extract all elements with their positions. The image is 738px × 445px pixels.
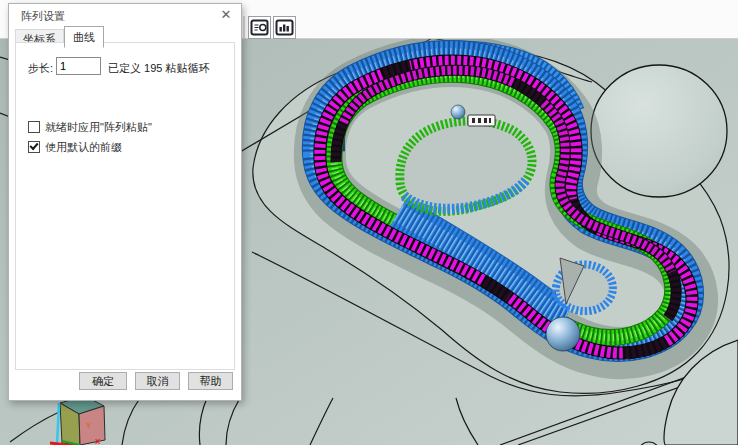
x-axis-label: X: [95, 437, 101, 445]
coordinate-tag: [468, 115, 495, 126]
dialog-button-row: 确定 取消 帮助: [9, 372, 241, 392]
dialog-title: 阵列设置: [21, 9, 65, 24]
y-axis-label: Y: [86, 421, 92, 430]
apply-array-paste-checkbox[interactable]: [28, 121, 40, 133]
start-point-sphere[interactable]: [546, 317, 580, 351]
array-settings-dialog: 阵列设置 ✕ 坐标系曲线 步长: 已定义 195 粘贴循环 就绪时应用"阵列粘贴…: [8, 3, 242, 401]
surface-dome-hole: [591, 65, 727, 197]
dialog-tabs: 坐标系曲线: [15, 26, 104, 43]
apply-array-paste-label: 就绪时应用"阵列粘贴": [45, 120, 152, 135]
tab-curve[interactable]: 曲线: [64, 26, 104, 48]
app-window: Y X 阵列设置 ✕ 坐标系曲线: [0, 0, 738, 445]
ok-button[interactable]: 确定: [79, 372, 127, 390]
defined-loops-info: 已定义 195 粘贴循环: [108, 61, 209, 76]
histogram-icon[interactable]: [273, 16, 296, 39]
cancel-button[interactable]: 取消: [135, 372, 180, 390]
toolbar-separator: [243, 16, 245, 38]
use-default-prefix-checkbox[interactable]: [28, 141, 40, 153]
help-button[interactable]: 帮助: [188, 372, 233, 390]
marker-sphere[interactable]: [451, 105, 465, 119]
curve-tab-page: 步长: 已定义 195 粘贴循环 就绪时应用"阵列粘贴" 使用默认的前缀: [15, 42, 235, 370]
record-query-icon[interactable]: [248, 16, 271, 39]
dialog-titlebar[interactable]: 阵列设置 ✕: [9, 4, 241, 26]
step-label: 步长:: [28, 61, 53, 76]
step-input[interactable]: [56, 57, 101, 75]
close-icon[interactable]: ✕: [218, 7, 234, 23]
step-row: 步长: 已定义 195 粘贴循环: [16, 57, 234, 77]
use-default-prefix-label: 使用默认的前缀: [45, 140, 122, 155]
